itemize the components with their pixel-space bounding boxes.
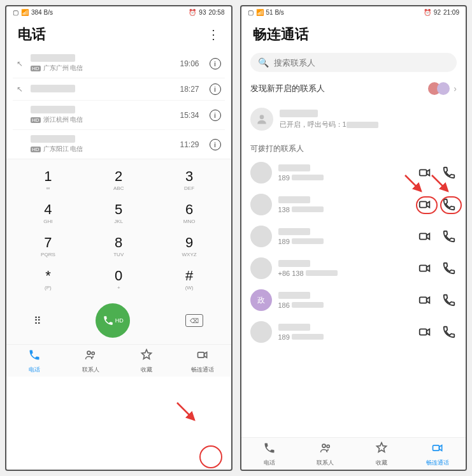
nav-phone[interactable]: 电话 — [6, 345, 62, 377]
dialpad-key-4[interactable]: 4GHI — [13, 196, 83, 229]
contact-name-blur — [278, 228, 310, 235]
contact-phone: 186 — [278, 301, 290, 309]
voice-call-button[interactable] — [441, 229, 457, 244]
contact-avatar: 政 — [250, 289, 272, 311]
signal-icon: 📶 — [256, 9, 264, 16]
self-contact-row[interactable]: 已开启，呼出号码：1 — [241, 101, 466, 137]
nav-label: 联系人 — [297, 459, 354, 467]
nav-star[interactable]: 收藏 — [354, 438, 410, 470]
contact-name-blur — [278, 164, 310, 171]
hd-badge: HD — [31, 66, 41, 71]
dialpad-key-3[interactable]: 3DEF — [154, 163, 225, 196]
voice-call-button[interactable] — [441, 261, 457, 276]
dialpad-key-6[interactable]: 6MNO — [154, 196, 225, 229]
dialpad-key-5[interactable]: 5JKL — [83, 196, 154, 229]
status-bar: ▢ 📶 384 B/s ⏰ 93 20:58 — [6, 6, 231, 18]
call-button[interactable]: HD — [96, 303, 130, 338]
video-call-button[interactable] — [417, 165, 433, 180]
header: 电话 ⋮ — [6, 18, 231, 49]
dialpad-key-8[interactable]: 8TUV — [83, 229, 154, 263]
svg-point-12 — [327, 445, 329, 447]
call-loc: 浙江杭州 电信 — [43, 115, 83, 124]
contact-row[interactable]: 政 186 — [241, 284, 466, 316]
header: 畅连通话 — [241, 18, 466, 49]
highlight-circle — [440, 196, 462, 214]
battery-text: 92 — [434, 9, 441, 16]
nav-label: 电话 — [241, 459, 297, 467]
nav-label: 畅连通话 — [175, 366, 231, 374]
svg-point-4 — [259, 115, 264, 119]
contact-phone: +86 138 — [278, 270, 304, 277]
nav-contacts[interactable]: 联系人 — [62, 345, 118, 377]
svg-point-1 — [92, 352, 94, 354]
contact-row[interactable]: 189 — [241, 316, 466, 348]
battery-text: 93 — [199, 9, 206, 16]
video-call-button[interactable] — [417, 292, 433, 308]
hd-indicator: ▢ — [13, 9, 18, 16]
search-bar[interactable]: 🔍 — [250, 53, 457, 72]
svg-point-0 — [87, 351, 90, 354]
search-icon: 🔍 — [258, 57, 269, 68]
contact-avatar — [250, 257, 272, 279]
video-call-button[interactable] — [417, 261, 433, 276]
video-call-button[interactable] — [417, 324, 433, 340]
dialpad-key-0[interactable]: 0+ — [83, 263, 154, 296]
nav-contacts[interactable]: 联系人 — [297, 438, 354, 470]
contacts-icon — [297, 442, 354, 458]
svg-rect-7 — [420, 233, 427, 239]
self-sub: 已开启，呼出号码：1 — [280, 120, 347, 128]
nav-label: 畅连通话 — [410, 459, 466, 467]
hd-badge: HD — [31, 117, 41, 123]
search-input[interactable] — [274, 58, 450, 68]
time-text: 21:09 — [443, 9, 459, 16]
svg-rect-9 — [420, 297, 427, 303]
call-log-item[interactable]: ↖ HD广东广州 电信 19:06 i — [13, 49, 225, 78]
discover-row[interactable]: 发现新开启的联系人 › — [241, 76, 466, 101]
info-icon[interactable]: i — [210, 139, 221, 150]
call-log-list: ↖ HD广东广州 电信 19:06 i ↖ 18:27 i HD浙江杭州 电信 … — [6, 49, 231, 159]
backspace-button[interactable]: ⌫ — [185, 314, 203, 327]
contact-avatar — [250, 162, 272, 184]
contact-phone: 189 — [278, 238, 290, 245]
call-log-item[interactable]: HD浙江杭州 电信 15:34 i — [13, 101, 225, 130]
contact-row[interactable]: +86 138 — [241, 252, 466, 284]
voice-call-button[interactable] — [441, 292, 457, 308]
voice-call-button[interactable] — [441, 165, 457, 180]
nav-label: 联系人 — [62, 366, 118, 374]
nav-star[interactable]: 收藏 — [118, 345, 175, 377]
contact-phone: 138 — [278, 206, 290, 213]
contact-avatar — [250, 321, 272, 343]
signal-icon: 📶 — [21, 9, 29, 16]
phone-icon — [241, 442, 297, 458]
svg-line-3 — [177, 403, 194, 420]
nav-video[interactable]: 畅连通话 — [410, 438, 466, 470]
contact-row[interactable]: 189 — [241, 157, 466, 189]
dial-menu-button[interactable]: ⠿ — [34, 315, 40, 327]
info-icon[interactable]: i — [210, 83, 221, 95]
dialpad-key-7[interactable]: 7PQRS — [13, 229, 83, 263]
voice-call-button[interactable] — [441, 324, 457, 340]
contact-row[interactable]: 189 — [241, 220, 466, 252]
call-log-item[interactable]: ↖ 18:27 i — [13, 78, 225, 101]
dialpad-key-2[interactable]: 2ABC — [83, 163, 154, 196]
alarm-icon: ⏰ — [424, 9, 431, 16]
video-call-button[interactable] — [417, 229, 433, 244]
discover-label: 发现新开启的联系人 — [250, 83, 325, 94]
nav-label: 收藏 — [118, 366, 175, 374]
call-log-item[interactable]: HD广东阳江 电信 11:29 i — [13, 130, 225, 159]
svg-rect-5 — [420, 169, 427, 175]
dialpad-key-9[interactable]: 9WXYZ — [154, 229, 225, 263]
dialpad-key-#[interactable]: #(W) — [154, 263, 225, 296]
more-button[interactable]: ⋮ — [207, 27, 220, 42]
call-time: 11:29 — [180, 140, 199, 149]
info-icon[interactable]: i — [210, 58, 221, 69]
dialpad-key-1[interactable]: 1∞ — [13, 163, 83, 196]
contact-name-blur — [278, 324, 310, 331]
highlight-circle — [199, 445, 222, 468]
nav-video[interactable]: 畅连通话 — [175, 345, 231, 377]
call-time: 15:34 — [180, 111, 199, 120]
nav-phone[interactable]: 电话 — [241, 438, 297, 470]
bottom-nav: 电话联系人收藏畅连通话 — [241, 437, 466, 470]
info-icon[interactable]: i — [210, 110, 221, 121]
dialpad-key-*[interactable]: *(P) — [13, 263, 83, 296]
